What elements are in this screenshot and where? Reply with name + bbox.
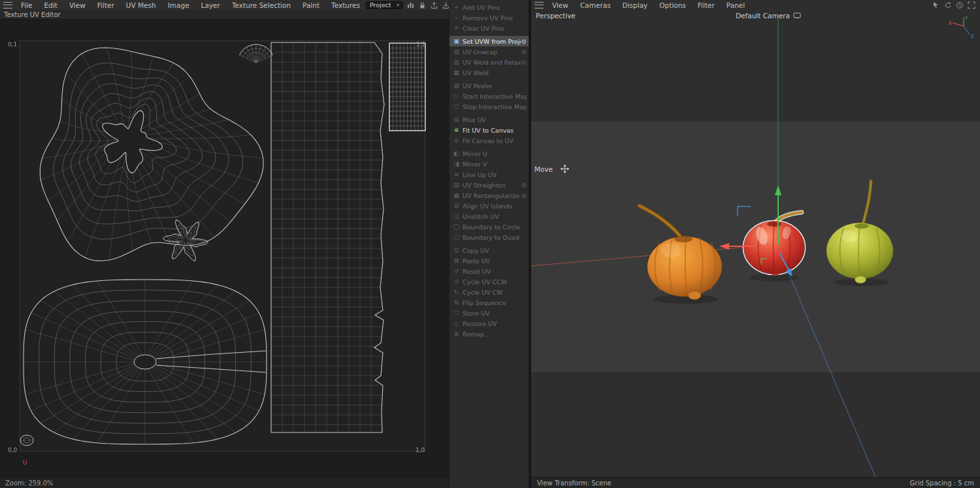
menu-display[interactable]: Display [617, 1, 654, 9]
menu-image[interactable]: Image [162, 1, 195, 9]
command-label: UV Unwrap [463, 48, 521, 56]
command-icon: ⊡ [452, 247, 461, 253]
history-icon[interactable] [955, 1, 964, 9]
texture-uv-editor-panel: FileEditViewFilterUV MeshImageLayerTextu… [0, 0, 449, 488]
hamburger-icon[interactable] [3, 2, 12, 8]
command-label: Paste UV [463, 257, 527, 265]
command-icon: ≣ [452, 331, 461, 337]
menu-edit[interactable]: Edit [39, 1, 63, 9]
upload-icon[interactable] [430, 1, 438, 9]
command-icon: ⊟ [452, 203, 461, 209]
histogram-icon[interactable] [406, 1, 415, 9]
menu-texture-selection[interactable]: Texture Selection [226, 1, 297, 9]
uv-corner-00: 0,0 [8, 447, 17, 453]
uv-axis-u-label: U [23, 459, 27, 466]
uv-command-cycle-uv-ccw: ↺Cycle UV CCW⚙ [449, 276, 529, 287]
uv-command-remove-uv-pins: −Remove UV Pins⚙ [449, 12, 529, 23]
menu-panel[interactable]: Panel [721, 1, 751, 9]
command-icon: ✕ [452, 25, 461, 31]
command-label: UV Straighten [463, 182, 521, 189]
camera-icon [793, 12, 801, 19]
uv-editor-toolbar: Project ▾ [366, 1, 450, 9]
command-label: Mirror V [463, 161, 527, 168]
command-icon: ◧ [452, 150, 461, 157]
command-label: Restore UV [463, 320, 527, 327]
orientation-gizmo[interactable]: X Y Z [947, 14, 980, 41]
menu-layer[interactable]: Layer [195, 1, 226, 9]
uv-editor-tabbar: Texture UV Editor [0, 10, 449, 20]
uv-editor-statusbar: Zoom: 259.0% [0, 477, 449, 488]
menu-view[interactable]: View [63, 1, 91, 9]
uv-command-boundary-to-circle: ◯Boundary to Circle⚙ [449, 221, 529, 232]
command-label: Align UV Islands [463, 203, 527, 210]
axis-y-label: Y [964, 16, 968, 21]
command-label: Reset UV [463, 268, 527, 275]
command-label: Unstitch UV [463, 213, 527, 220]
view-mode-label[interactable]: Perspective [536, 12, 576, 20]
uv-editor-menubar: FileEditViewFilterUV MeshImageLayerTextu… [0, 0, 449, 10]
command-icon: ▦ [452, 192, 461, 199]
uv-command-copy-uv: ⊡Copy UV⚙ [449, 245, 529, 255]
project-dropdown-value: Project [370, 1, 391, 8]
command-label: Remap... [463, 331, 527, 338]
grid-spacing-label: Grid Spacing : 5 cm [910, 480, 974, 487]
chevron-down-icon: ▾ [397, 3, 399, 8]
gear-icon[interactable]: ⚙ [521, 182, 527, 189]
command-label: Mirror U [463, 150, 527, 157]
command-label: Store UV [463, 310, 527, 317]
command-icon: ▥ [452, 59, 461, 65]
menu-options[interactable]: Options [653, 1, 692, 9]
gear-icon[interactable]: ⚙ [521, 38, 527, 45]
command-icon: ◯ [452, 223, 461, 230]
command-label: Boundary to Circle [463, 223, 527, 231]
axis-x-label: X [949, 21, 952, 26]
viewport-3d-scene[interactable] [531, 10, 980, 477]
hamburger-icon[interactable] [534, 2, 544, 8]
uv-command-fit-uv-to-canvas[interactable]: ⊕Fit UV to Canvas⚙ [449, 125, 529, 135]
command-label: Cycle UV CW [463, 289, 527, 296]
lock-icon[interactable] [418, 1, 427, 9]
tab-texture-uv-editor[interactable]: Texture UV Editor [4, 11, 61, 18]
command-label: Set UVW from Projection [463, 38, 521, 45]
command-label: Max UV [463, 116, 527, 123]
menu-filter[interactable]: Filter [91, 1, 120, 9]
uv-command-panel: +Add UV Pins⚙−Remove UV Pins⚙✕Clear UV P… [449, 0, 529, 488]
uv-command-start-interactive-mapping: ▷Start Interactive Mapping⚙ [449, 91, 529, 101]
command-icon: ▤ [452, 182, 461, 188]
uv-command-list: +Add UV Pins⚙−Remove UV Pins⚙✕Clear UV P… [449, 2, 529, 339]
uv-command-uv-straighten: ▤UV Straighten⚙ [449, 180, 529, 190]
command-icon: ↺ [452, 278, 461, 285]
camera-label[interactable]: Default Camera [736, 12, 801, 20]
rotate-icon[interactable] [943, 1, 952, 9]
uv-corner-10: 1,0 [416, 447, 425, 453]
uv-editor-canvas[interactable] [0, 20, 449, 477]
uv-command-uv-weld-and-relax: ▥UV Weld and Relax⚙ [449, 57, 529, 67]
gear-icon[interactable]: ⚙ [521, 192, 527, 199]
command-icon: ↻ [452, 289, 461, 295]
command-label: Stop Interactive Mapping [463, 103, 527, 110]
gear-icon[interactable]: ⚙ [521, 48, 527, 56]
application-window: FileEditViewFilterUV MeshImageLayerTextu… [0, 0, 980, 488]
uv-command-remap: ≣Remap...⚙ [449, 329, 529, 339]
command-label: Add UV Pins [463, 4, 527, 11]
menu-paint[interactable]: Paint [297, 1, 325, 9]
menu-textures[interactable]: Textures [325, 1, 366, 9]
command-label: Line Up UV [463, 171, 527, 178]
command-icon: ▤ [452, 48, 461, 55]
uv-command-fit-canvas-to-uv: ⊖Fit Canvas to UV⚙ [449, 135, 529, 146]
menu-cameras[interactable]: Cameras [574, 1, 617, 9]
menu-filter[interactable]: Filter [692, 1, 721, 9]
gear-icon[interactable]: ⚙ [521, 59, 527, 66]
uv-editor-menus: FileEditViewFilterUV MeshImageLayerTextu… [15, 1, 366, 9]
viewport-statusbar: View Transform: Scene Grid Spacing : 5 c… [531, 477, 980, 488]
uv-command-set-uvw-from-projection[interactable]: ▣Set UVW from Projection⚙ [449, 36, 529, 46]
menu-view[interactable]: View [546, 1, 574, 9]
command-icon: ⊕ [452, 127, 461, 133]
uv-command-unstitch-uv: ◫Unstitch UV⚙ [449, 211, 529, 221]
menu-file[interactable]: File [15, 1, 39, 9]
active-tool-label[interactable]: Move [534, 165, 569, 173]
maximize-icon[interactable] [967, 1, 975, 9]
project-dropdown[interactable]: Project ▾ [366, 1, 403, 9]
menu-uv-mesh[interactable]: UV Mesh [120, 1, 162, 9]
pointer-icon[interactable] [932, 1, 940, 9]
